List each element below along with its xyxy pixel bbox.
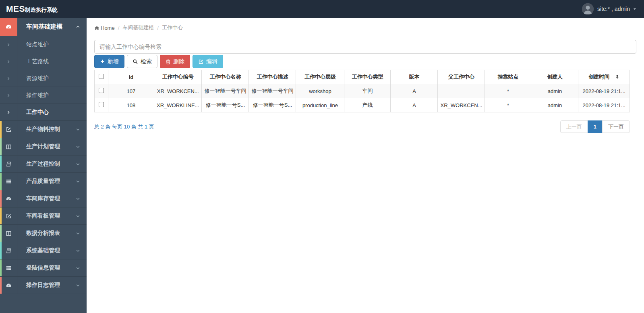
column-header-created-time: 创建时间	[578, 70, 630, 84]
sidebar-item-label: 车间看板管理	[17, 207, 76, 224]
breadcrumb-item-workshop-modeling[interactable]: 车间基础建模	[122, 24, 154, 31]
column-header-code: 工作中心编号	[154, 70, 202, 84]
column-header-station: 挂靠站点	[485, 70, 531, 84]
sidebar-item-label: 资源维护	[17, 70, 87, 87]
sidebar-item-production-process-control[interactable]: 生产过程控制	[0, 155, 87, 173]
user-label: site:* , admin	[597, 6, 630, 12]
trash-icon	[166, 59, 171, 64]
cell-name: 修一智能一号车间	[202, 84, 249, 98]
sidebar-item-label: 生产过程控制	[17, 155, 76, 172]
breadcrumb: Home / 车间基础建模 / 工作中心	[87, 18, 644, 31]
gauge-icon	[0, 190, 17, 207]
accent-strip	[0, 277, 2, 294]
cell-created-time: 2022-08-19 21:1...	[578, 98, 630, 112]
add-button-label: 新增	[108, 58, 119, 65]
cell-code: XR_WORKLINE...	[154, 98, 202, 112]
cell-id: 107	[108, 84, 154, 98]
delete-button[interactable]: 删除	[160, 55, 190, 68]
column-header-description: 工作中心描述	[249, 70, 296, 84]
cell-version: A	[391, 98, 438, 112]
sidebar-item-work-center[interactable]: 工作中心	[0, 104, 87, 121]
chevron-down-icon	[76, 277, 87, 294]
chevron-right-icon	[0, 104, 17, 120]
table-row[interactable]: 107 XR_WORKCEN... 修一智能一号车间 修一智能一号车间 work…	[95, 84, 630, 98]
sidebar-item-resource-maintenance[interactable]: 资源维护	[0, 70, 87, 87]
search-button[interactable]: 检索	[127, 55, 157, 68]
cell-type: 车间	[344, 84, 391, 98]
row-checkbox[interactable]	[99, 88, 104, 93]
column-header-name: 工作中心名称	[202, 70, 249, 84]
plus-icon	[100, 59, 105, 64]
prev-page-button[interactable]: 上一页	[560, 120, 588, 133]
sidebar-item-operation-log-management[interactable]: 操作日志管理	[0, 277, 87, 294]
next-page-button[interactable]: 下一页	[602, 120, 630, 133]
sidebar-item-label: 车间库存管理	[17, 190, 76, 207]
edit-icon	[198, 59, 204, 64]
sidebar-item-operation-maintenance[interactable]: 操作维护	[0, 87, 87, 104]
search-button-label: 检索	[141, 58, 152, 65]
chevron-up-icon	[76, 18, 87, 36]
breadcrumb-separator: /	[157, 25, 159, 31]
th-list-icon	[0, 173, 17, 190]
chevron-down-icon	[76, 190, 87, 207]
pin-icon[interactable]	[615, 75, 619, 79]
column-header-type: 工作中心类型	[344, 70, 391, 84]
pencil-square-icon	[0, 207, 17, 224]
delete-button-label: 删除	[173, 58, 184, 65]
app-logo[interactable]: MES制造执行系统	[0, 4, 58, 14]
sidebar-item-workshop-kanban-management[interactable]: 车间看板管理	[0, 207, 87, 225]
row-checkbox[interactable]	[99, 102, 104, 107]
sidebar-item-system-basic-management[interactable]: 系统基础管理	[0, 242, 87, 259]
cell-parent	[438, 84, 485, 98]
row-select-cell	[95, 98, 108, 112]
sidebar-item-station-maintenance[interactable]: 站点维护	[0, 36, 87, 53]
sidebar-item-login-info-management[interactable]: 登陆信息管理	[0, 259, 87, 277]
sidebar-item-workshop-inventory-management[interactable]: 车间库存管理	[0, 190, 87, 207]
cell-code: XR_WORKCEN...	[154, 84, 202, 98]
cell-level: workshop	[296, 84, 344, 98]
column-header-creator: 创建人	[531, 70, 578, 84]
th-list-icon	[0, 259, 17, 276]
header-select-all-cell	[95, 70, 108, 84]
work-center-search-input[interactable]	[94, 40, 636, 54]
sidebar-item-label: 站点维护	[17, 36, 87, 53]
sidebar-item-label: 工艺路线	[17, 53, 87, 70]
sidebar-item-data-analysis-reports[interactable]: 数据分析报表	[0, 225, 87, 242]
cell-version: A	[391, 84, 438, 98]
select-all-checkbox[interactable]	[99, 74, 104, 79]
edit-button-label: 编辑	[206, 58, 217, 65]
chevron-right-icon	[0, 36, 17, 53]
sidebar-item-production-plan-management[interactable]: 生产计划管理	[0, 138, 87, 155]
cell-station: *	[485, 84, 531, 98]
sidebar-item-label: 登陆信息管理	[17, 259, 76, 276]
sidebar-item-production-material-control[interactable]: 生产物料控制	[0, 121, 87, 138]
sidebar-item-product-quality-management[interactable]: 产品质量管理	[0, 173, 87, 190]
table-header-row: id 工作中心编号 工作中心名称 工作中心描述 工作中心层级 工作中心类型 版本…	[95, 70, 630, 84]
column-header-id: id	[108, 70, 154, 84]
page-1-button[interactable]: 1	[588, 120, 603, 133]
toolbar: 新增 检索 删除 编辑	[94, 55, 636, 68]
columns-icon	[0, 138, 17, 155]
cell-level: production_line	[296, 98, 344, 112]
chevron-right-icon	[0, 87, 17, 104]
column-header-version: 版本	[391, 70, 438, 84]
row-select-cell	[95, 84, 108, 98]
chevron-down-icon	[76, 242, 87, 259]
cell-description: 修一智能一号S...	[249, 98, 296, 112]
gauge-icon	[0, 18, 17, 36]
chevron-down-icon	[76, 259, 87, 276]
add-button[interactable]: 新增	[94, 55, 124, 68]
sidebar-item-process-route[interactable]: 工艺路线	[0, 53, 87, 70]
sidebar-group-workshop-modeling[interactable]: 车间基础建模	[0, 18, 87, 36]
accent-strip	[0, 242, 2, 259]
user-menu[interactable]: site:* , admin	[582, 3, 644, 15]
cell-id: 108	[108, 98, 154, 112]
pagination: 上一页 1 下一页	[560, 120, 630, 133]
sidebar-item-label: 系统基础管理	[17, 242, 76, 259]
cell-type: 产线	[344, 98, 391, 112]
edit-button[interactable]: 编辑	[193, 55, 223, 68]
accent-strip	[0, 259, 2, 276]
table-row[interactable]: 108 XR_WORKLINE... 修一智能一号S... 修一智能一号S...…	[95, 98, 630, 112]
breadcrumb-home-link[interactable]: Home	[94, 25, 115, 31]
work-center-table: id 工作中心编号 工作中心名称 工作中心描述 工作中心层级 工作中心类型 版本…	[94, 70, 630, 112]
